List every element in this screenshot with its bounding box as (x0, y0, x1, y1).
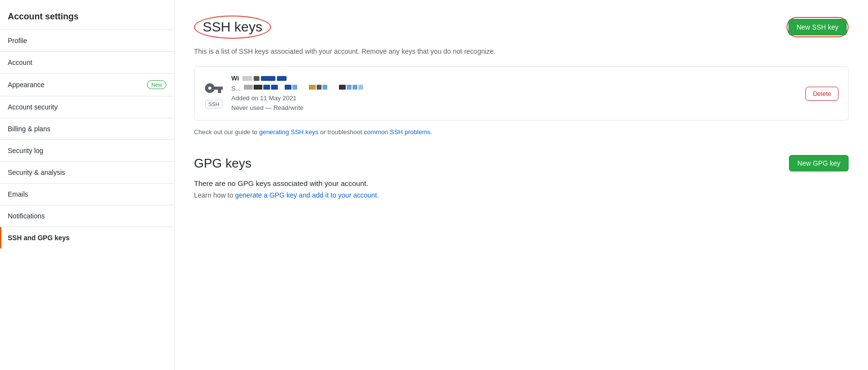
gpg-section-header: GPG keys New GPG key (194, 155, 849, 171)
sidebar-item-ssh-gpg[interactable]: SSH and GPG keys (0, 227, 174, 248)
new-gpg-key-button[interactable]: New GPG key (789, 155, 849, 171)
guide-text: Check out our guide to generating SSH ke… (194, 128, 849, 136)
sidebar-link-account[interactable]: Account (0, 52, 174, 73)
sidebar-link-notifications[interactable]: Notifications (0, 205, 174, 227)
sidebar-link-emails[interactable]: Emails (0, 184, 174, 205)
fp-12 (353, 85, 357, 90)
sidebar-link-security-log[interactable]: Security log (0, 140, 174, 161)
learn-pre: Learn how to (194, 191, 235, 199)
fp-space2 (298, 85, 308, 92)
sidebar-link-profile[interactable]: Profile (0, 30, 174, 51)
fp-13 (358, 85, 363, 90)
fp-6 (292, 85, 297, 90)
sidebar-link-security-analysis[interactable]: Security & analysis (0, 162, 174, 183)
key-added-date: Added on 11 May 2021 (231, 93, 796, 103)
key-name-blurred: Wi (231, 75, 796, 82)
sidebar-item-account-security[interactable]: Account security (0, 96, 174, 118)
sidebar-label-security-log: Security log (8, 147, 43, 154)
ssh-section-title: SSH keys (194, 15, 271, 39)
key-usage: Never used — Read/write (231, 103, 796, 113)
sidebar-nav: Profile Account Appearance New Account s… (0, 30, 174, 248)
blur-2 (254, 76, 259, 81)
fp-1 (244, 85, 253, 90)
key-icon-area: SSH (204, 78, 224, 108)
sidebar-label-security-analysis: Security & analysis (8, 169, 65, 176)
sidebar-link-ssh-gpg[interactable]: SSH and GPG keys (0, 227, 174, 248)
sidebar-label-account: Account (8, 59, 32, 66)
new-ssh-key-button[interactable]: New SSH key (788, 19, 847, 35)
sidebar: Account settings Profile Account Appeara… (0, 0, 175, 370)
ssh-description: This is a list of SSH keys associated wi… (194, 46, 849, 57)
blur-1 (242, 76, 252, 81)
guide-mid: or troubleshoot (319, 128, 364, 136)
fp-11 (347, 85, 352, 90)
sidebar-item-appearance[interactable]: Appearance New (0, 73, 174, 96)
key-info: Wi S... (231, 75, 796, 112)
fingerprint-row1: S... (231, 85, 796, 92)
gpg-section-title: GPG keys (194, 156, 251, 171)
sidebar-label-appearance: Appearance (8, 81, 45, 89)
sidebar-label-notifications: Notifications (8, 212, 45, 220)
sidebar-link-billing[interactable]: Billing & plans (0, 118, 174, 139)
sidebar-item-security-analysis[interactable]: Security & analysis (0, 161, 174, 183)
fp-4 (271, 85, 278, 90)
sidebar-link-account-security[interactable]: Account security (0, 96, 174, 118)
sidebar-item-billing[interactable]: Billing & plans (0, 118, 174, 139)
main-content: SSH keys New SSH key This is a list of S… (175, 0, 868, 370)
fp-7 (309, 85, 316, 90)
sidebar-label-profile: Profile (8, 37, 27, 45)
blur-4 (277, 76, 287, 81)
guide-pre: Check out our guide to (194, 128, 259, 136)
sidebar-label-ssh-gpg: SSH and GPG keys (8, 234, 70, 242)
sidebar-item-notifications[interactable]: Notifications (0, 205, 174, 227)
key-type-badge: SSH (205, 100, 223, 108)
ssh-key-card: SSH Wi S... (194, 66, 849, 121)
new-ssh-key-button-wrapper: New SSH key (787, 17, 849, 37)
fp-8 (317, 85, 321, 90)
sidebar-heading: Account settings (0, 0, 174, 30)
sidebar-item-emails[interactable]: Emails (0, 183, 174, 205)
key-icon (204, 78, 224, 98)
fingerprint-prefix: S... (231, 85, 241, 92)
fp-3 (263, 85, 270, 90)
key-name-partial: Wi (231, 75, 239, 82)
gpg-no-keys-text: There are no GPG keys associated with yo… (194, 179, 849, 187)
gpg-learn-link-text: Learn how to generate a GPG key and add … (194, 191, 849, 199)
key-meta: Added on 11 May 2021 Never used — Read/w… (231, 93, 796, 112)
learn-post: . (377, 191, 379, 199)
fp-2 (254, 85, 262, 90)
sidebar-item-profile[interactable]: Profile (0, 30, 174, 51)
new-badge: New (147, 80, 166, 89)
ssh-title-wrapper: SSH keys (194, 15, 271, 39)
fp-9 (322, 85, 327, 90)
blur-3 (261, 76, 275, 81)
sidebar-label-emails: Emails (8, 190, 28, 198)
sidebar-item-security-log[interactable]: Security log (0, 139, 174, 161)
sidebar-label-billing: Billing & plans (8, 125, 50, 133)
fp-space1 (279, 85, 284, 92)
fp-10 (339, 85, 346, 90)
fp-5 (285, 85, 291, 90)
sidebar-item-account[interactable]: Account (0, 51, 174, 73)
generate-gpg-key-link[interactable]: generate a GPG key and add it to your ac… (235, 191, 377, 199)
common-ssh-problems-link[interactable]: common SSH problems (364, 128, 431, 136)
ssh-section-header: SSH keys New SSH key (194, 15, 849, 39)
generating-ssh-keys-link[interactable]: generating SSH keys (259, 128, 318, 136)
delete-key-button[interactable]: Delete (805, 87, 838, 101)
guide-post: . (431, 128, 433, 136)
fp-space3 (328, 85, 338, 92)
sidebar-label-account-security: Account security (8, 103, 58, 111)
sidebar-link-appearance[interactable]: Appearance New (0, 74, 174, 96)
